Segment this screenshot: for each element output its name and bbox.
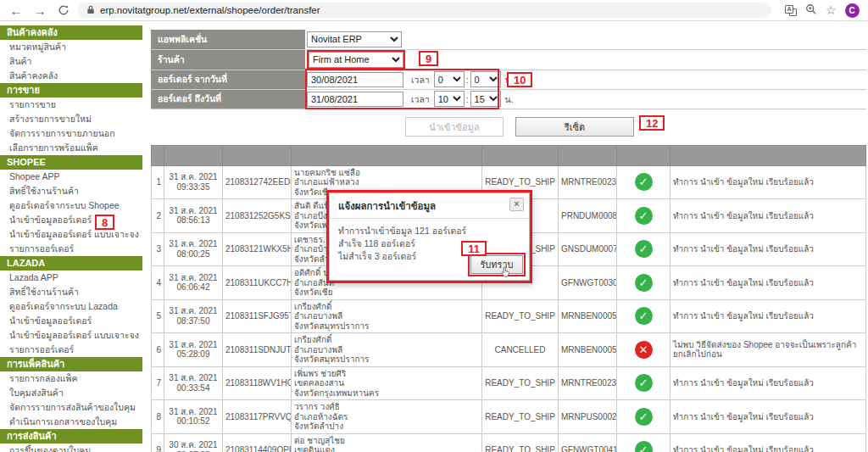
sidebar-item[interactable]: สินค้าคงคลัง	[0, 69, 142, 83]
application-select[interactable]: Novitat ERP	[307, 31, 402, 47]
sidebar-item[interactable]: รายการออร์เดอร์	[0, 242, 142, 256]
import-result-cell	[617, 433, 670, 452]
status-cell: READY_TO_SHIP	[482, 400, 559, 434]
sku-cell: GFNWGT0030	[559, 266, 617, 300]
sidebar-item-label: เลือกรายการพร้อมแพ็ค	[9, 142, 98, 153]
updated-at-cell: 31 ส.ค. 202108:37:50	[164, 299, 223, 333]
row-number: 6	[152, 333, 164, 367]
sidebar-item-label: สินค้าคงคลัง	[9, 70, 58, 81]
sidebar-item[interactable]: นำเข้าข้อมูลออร์เดอร์	[0, 213, 142, 227]
from-minute-select[interactable]: 0	[470, 71, 501, 87]
sidebar-item-label: จัดการรายการขายภายนอก	[9, 128, 114, 138]
order-number-cell: 21083121WKX5HF	[223, 232, 292, 266]
to-minute-select[interactable]: 15	[470, 91, 501, 107]
updated-at-cell: 31 ส.ค. 202100:33:54	[164, 366, 223, 400]
sidebar-item-label: สินค้า	[9, 56, 32, 66]
modal-line-total: ทำการนำเข้าข้อมูล 121 ออร์เดอร์	[338, 225, 520, 237]
from-hour-select[interactable]: 0	[434, 71, 465, 87]
shop-select[interactable]: Firm at Home	[309, 52, 403, 68]
sidebar-item[interactable]: LAZADA	[0, 256, 142, 271]
sidebar-item[interactable]: รายการออร์เดอร์	[0, 343, 142, 357]
row-number: 9	[152, 433, 164, 452]
order-number-cell: 21083117PRVVQB	[223, 400, 292, 434]
sidebar-item[interactable]: รายการขาย	[0, 98, 142, 112]
bookmark-star-icon[interactable]: ☆	[826, 4, 837, 16]
sidebar-item-label: สร้างรายการขายใหม่	[9, 114, 92, 124]
sidebar-item[interactable]: SHOPEE	[0, 155, 142, 170]
acknowledge-button[interactable]: รับทราบ	[470, 255, 523, 274]
sidebar-item-label: รายการกล่องแพ็ค	[9, 373, 78, 383]
annotation-number-8: 8	[95, 215, 114, 230]
import-status-icon	[635, 408, 653, 426]
sidebar-item[interactable]: รายการกล่องแพ็ค	[0, 371, 142, 386]
sidebar-item[interactable]: สิทธิ์ใช้งานร้านค้า	[0, 285, 142, 299]
sidebar-item[interactable]: การแพ็คสินค้า	[0, 357, 142, 371]
sidebar-item[interactable]: เลือกรายการพร้อมแพ็ค	[0, 141, 142, 155]
sidebar-item[interactable]: สร้างรายการขายใหม่	[0, 112, 142, 126]
browser-toolbar: ← → erp.novitatgroup.net/external/shopee…	[0, 0, 868, 21]
sidebar-item-label: LAZADA	[7, 258, 45, 268]
sidebar-item[interactable]: สิทธิ์ใช้งานร้านค้า	[0, 184, 142, 198]
reset-button[interactable]: รีเซ็ต	[515, 117, 634, 137]
import-status-icon	[635, 374, 653, 392]
forward-icon[interactable]: →	[31, 2, 49, 19]
close-icon[interactable]: ×	[509, 198, 524, 211]
column-header	[223, 145, 292, 165]
from-date-input[interactable]	[307, 72, 403, 87]
sidebar-item[interactable]: ดูออร์เดอร์จากระบบ Shopee	[0, 198, 142, 213]
updated-at-cell: 31 ส.ค. 202108:00:25	[164, 232, 223, 266]
sidebar-item[interactable]: สินค้า	[0, 54, 142, 69]
profile-avatar[interactable]: C	[845, 3, 860, 18]
back-icon[interactable]: ←	[7, 2, 25, 19]
sidebar-item[interactable]: Shopee APP	[0, 170, 142, 184]
sidebar-item[interactable]: จัดการรายการขายภายนอก	[0, 126, 142, 141]
name-address-cell: เพิ่มพร ช่วยศิริเขตคลองสานจังหวัดกรุงเทพ…	[292, 366, 482, 400]
sidebar-item[interactable]: ดำเนินการเอกสารของใบคุม	[0, 415, 142, 429]
row-number: 2	[152, 199, 164, 233]
zoom-search-icon[interactable]	[805, 3, 817, 17]
sidebar-item[interactable]: การขึ้นของตามใบคุม	[0, 444, 142, 452]
sidebar-item[interactable]: นำเข้าข้อมูลออร์เดอร์ แบบเจาะจง	[0, 227, 142, 242]
sidebar-item[interactable]: ดูออร์เดอร์จากระบบ Lazada	[0, 299, 142, 314]
sidebar-item[interactable]: นำเข้าข้อมูลออร์เดอร์ แบบเจาะจง	[0, 328, 142, 343]
to-hour-select[interactable]: 10	[434, 91, 465, 107]
name-address-cell: วรากร วงศ์ธิอำเภอห้างฉัตรจังหวัดลำปาง	[292, 400, 482, 434]
to-date-input[interactable]	[307, 92, 403, 107]
order-number-cell: 2108312742EED8	[223, 165, 292, 199]
import-result-cell	[617, 165, 670, 199]
address-bar[interactable]: erp.novitatgroup.net/external/shopee/ord…	[78, 3, 771, 18]
annotation-box-ack: รับทราบ	[468, 253, 526, 276]
time-separator: :	[466, 75, 469, 85]
note-cell: ทำการ นำเข้า ข้อมูลใหม่ เรียบร้อยแล้ว	[670, 433, 866, 452]
import-status-icon	[635, 341, 653, 359]
import-button[interactable]: นำเข้าข้อมูล	[405, 117, 504, 137]
from-date-label: ออร์เดอร์ จากวันที่	[151, 70, 305, 89]
sidebar-item[interactable]: ใบคุมส่งสินค้า	[0, 386, 142, 400]
sidebar-item-label: รายการออร์เดอร์	[9, 243, 74, 254]
sidebar-item[interactable]: สินค้าคงคลัง	[0, 25, 142, 40]
sidebar-item-label: SHOPEE	[7, 157, 46, 167]
translate-icon[interactable]: A	[785, 5, 797, 16]
row-number: 5	[152, 299, 164, 333]
sidebar-item[interactable]: การส่งสินค้า	[0, 429, 142, 444]
sidebar-item[interactable]: นำเข้าข้อมูลออร์เดอร์	[0, 314, 142, 328]
sidebar-item-label: ใบคุมส่งสินค้า	[9, 388, 64, 398]
sidebar-item-label: นำเข้าข้อมูลออร์เดอร์	[9, 215, 92, 225]
import-status-icon	[635, 240, 653, 258]
row-number: 7	[152, 366, 164, 400]
name-address-cell: เกรียงศักดิ์อำเภอบางพลีจังหวัดสมุทรปรากา…	[292, 333, 482, 367]
sidebar-item-label: ดูออร์เดอร์จากระบบ Lazada	[9, 301, 118, 311]
time-unit-label: น.	[505, 94, 514, 104]
sidebar-item[interactable]: การขาย	[0, 83, 142, 98]
sidebar-item[interactable]: Lazada APP	[0, 271, 142, 285]
sidebar-item[interactable]: หมวดหมู่สินค้า	[0, 40, 142, 54]
reload-icon[interactable]	[54, 2, 73, 19]
lock-icon	[86, 5, 95, 16]
order-number-cell: 21083114409QPR	[223, 433, 292, 452]
sku-cell: PRNDUM0008	[559, 199, 617, 233]
sidebar-item[interactable]: จัดการรายการส่งสินค้าของใบคุม	[0, 400, 142, 415]
order-number-cell: 21083118WV1HC8	[223, 366, 292, 400]
column-header	[670, 145, 866, 165]
import-result-cell	[617, 299, 670, 333]
application-label: แอพพลิเคชั่น	[151, 30, 305, 49]
